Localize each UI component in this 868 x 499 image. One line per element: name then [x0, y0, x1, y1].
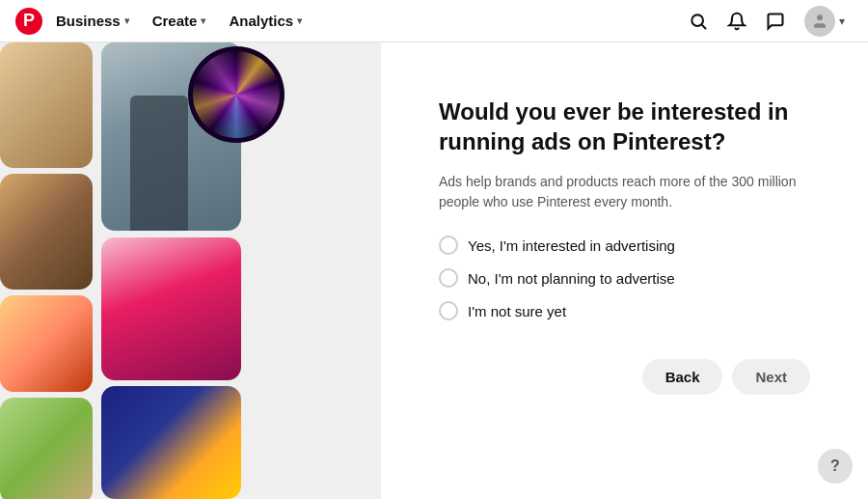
pinterest-logo[interactable]: P	[15, 8, 42, 35]
photo-room	[0, 174, 93, 290]
option-notsure-label: I'm not sure yet	[468, 303, 566, 319]
photo-spiral	[188, 46, 285, 143]
dialog-box: Would you ever be interested in running …	[404, 66, 845, 476]
option-no[interactable]: No, I'm not planning to advertise	[439, 268, 810, 288]
dialog-actions: Back Next	[439, 359, 810, 395]
radio-button-no[interactable]	[439, 268, 458, 288]
photo-woman	[101, 237, 241, 380]
chevron-down-icon: ▾	[297, 15, 302, 26]
messages-button[interactable]	[758, 4, 793, 39]
nav-item-business[interactable]: Business ▾	[46, 7, 139, 35]
photo-lights	[101, 386, 241, 499]
options-group: Yes, I'm interested in advertising No, I…	[439, 236, 810, 320]
nav-right: ▾	[681, 2, 853, 41]
main-area: Would you ever be interested in running …	[0, 42, 868, 499]
chevron-down-icon: ▾	[839, 14, 845, 28]
photo-vegs	[0, 398, 93, 499]
option-yes[interactable]: Yes, I'm interested in advertising	[439, 236, 810, 255]
svg-line-1	[702, 24, 706, 28]
nav-left: P Business ▾ Create ▾ Analytics ▾	[15, 7, 312, 35]
search-button[interactable]	[681, 4, 716, 39]
notifications-button[interactable]	[719, 4, 754, 39]
svg-point-2	[817, 14, 823, 20]
left-strip	[0, 42, 93, 499]
avatar	[804, 6, 835, 37]
help-button[interactable]: ?	[818, 449, 853, 484]
nav-item-create[interactable]: Create ▾	[143, 7, 216, 35]
option-no-label: No, I'm not planning to advertise	[468, 270, 675, 287]
dialog-description: Ads help brands and products reach more …	[439, 172, 810, 212]
chevron-down-icon: ▾	[201, 15, 205, 26]
option-yes-label: Yes, I'm interested in advertising	[468, 237, 675, 254]
dialog-title: Would you ever be interested in running …	[439, 97, 810, 156]
radio-button-yes[interactable]	[439, 236, 458, 255]
next-button[interactable]: Next	[732, 359, 810, 395]
nav-item-analytics[interactable]: Analytics ▾	[219, 7, 312, 35]
option-notsure[interactable]: I'm not sure yet	[439, 301, 810, 320]
photo-food	[0, 42, 93, 168]
photo-child	[0, 295, 93, 392]
collage	[0, 42, 381, 499]
back-button[interactable]: Back	[642, 359, 723, 395]
account-menu[interactable]: ▾	[797, 2, 853, 41]
radio-button-notsure[interactable]	[439, 301, 458, 320]
navbar: P Business ▾ Create ▾ Analytics ▾	[0, 0, 868, 42]
right-panel: Would you ever be interested in running …	[381, 42, 868, 499]
collage-main	[101, 42, 381, 499]
chevron-down-icon: ▾	[124, 15, 129, 26]
